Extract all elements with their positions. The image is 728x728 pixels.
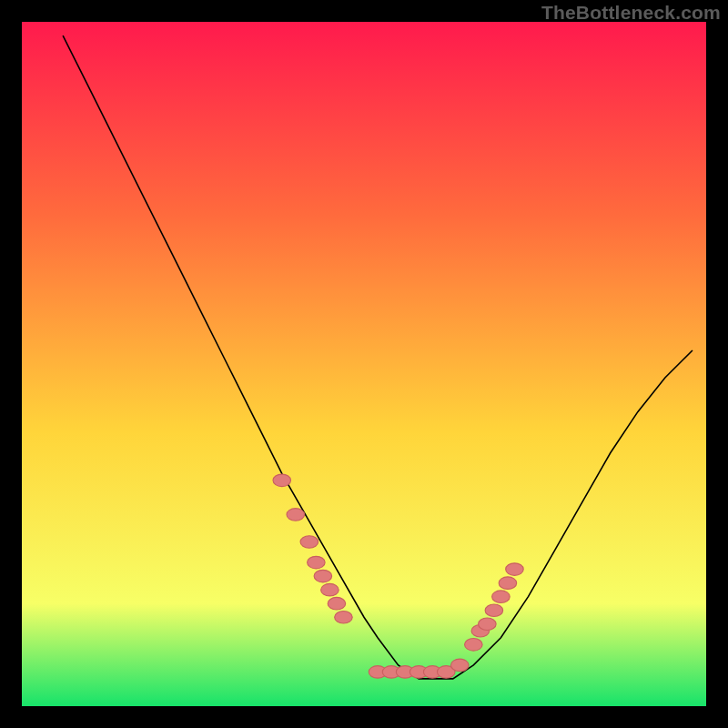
marker-right-cluster [479, 618, 497, 631]
marker-left-cluster [273, 474, 291, 487]
marker-left-cluster [308, 556, 326, 569]
marker-floor-cluster [451, 659, 470, 672]
marker-left-cluster [321, 583, 339, 596]
outer-frame: TheBottleneck.com [0, 0, 728, 728]
gradient-background [22, 22, 706, 706]
marker-left-cluster [287, 509, 305, 521]
marker-left-cluster [314, 570, 332, 582]
marker-right-cluster [499, 577, 517, 590]
marker-right-cluster [485, 604, 503, 617]
marker-right-cluster [492, 591, 511, 603]
watermark: TheBottleneck.com [541, 2, 721, 24]
marker-right-cluster [465, 639, 483, 652]
marker-left-cluster [328, 597, 346, 610]
marker-left-cluster [300, 536, 318, 549]
marker-left-cluster [335, 611, 353, 623]
chart-plot-area [22, 22, 706, 706]
chart-svg [22, 22, 706, 706]
marker-right-cluster [506, 563, 524, 576]
